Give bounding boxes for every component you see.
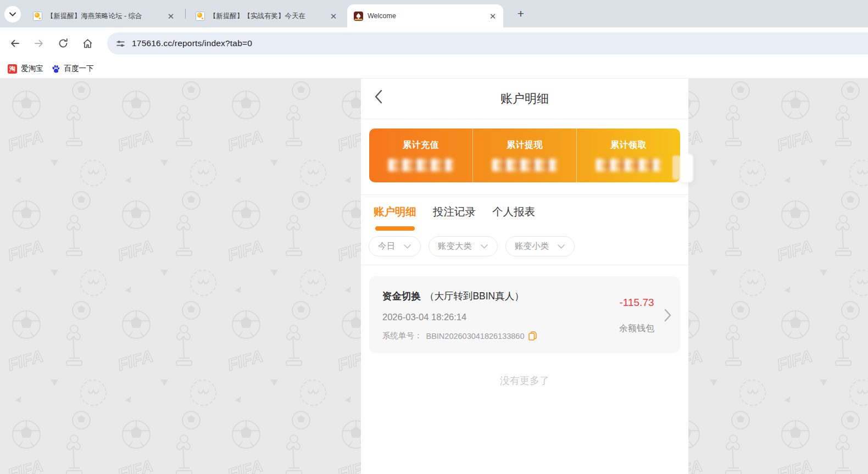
bookmark-label: 爱淘宝: [21, 64, 43, 74]
chevron-down-icon: [558, 244, 565, 249]
transaction-info: 资金切换 （大厅转到BBIN真人） 2026-03-04 18:26:14 系统…: [382, 289, 619, 341]
back-arrow-icon: [9, 38, 20, 49]
filter-date-dropdown[interactable]: 今日: [369, 236, 421, 256]
page-title: 账户明细: [500, 91, 549, 107]
tab-bet-records[interactable]: 投注记录: [433, 204, 476, 231]
tab-forum-1[interactable]: 【新提醒】海燕策略论坛 - 综合 ✕: [26, 4, 181, 27]
tab-close-icon[interactable]: ✕: [329, 11, 338, 21]
forum-favicon-icon: [196, 12, 205, 21]
bookmark-baidu[interactable]: 百度一下: [51, 64, 94, 74]
chevron-down-icon: [481, 244, 488, 249]
order-number-label: 系统单号：: [382, 331, 422, 341]
tab-account-detail[interactable]: 账户明细: [374, 204, 416, 231]
new-tab-button[interactable]: +: [513, 6, 528, 21]
summary-label: 累计提现: [507, 140, 543, 151]
home-icon: [82, 38, 93, 49]
chevron-right-icon[interactable]: [664, 309, 671, 322]
tab-label: 个人报表: [492, 204, 535, 219]
summary-card: 累计充值 累计提现 累计领取: [369, 129, 680, 182]
transaction-amount-block: -115.73 余额钱包: [619, 297, 654, 334]
summary-total-claim: 累计领取: [576, 129, 680, 182]
forward-arrow-icon: [34, 38, 44, 49]
chevron-down-icon: [9, 12, 16, 16]
url-text[interactable]: 175616.cc/reports/index?tab=0: [132, 38, 252, 48]
app-panel: 账户明细 累计充值 累计提现 累计领取 账户明细 投注记录: [361, 79, 688, 474]
home-button[interactable]: [78, 34, 97, 53]
tab-label: 账户明细: [374, 204, 416, 219]
app-tabs: 账户明细 投注记录 个人报表: [361, 195, 688, 231]
transaction-amount: -115.73: [619, 297, 654, 309]
taobao-icon: 淘: [8, 64, 17, 74]
address-bar[interactable]: 175616.cc/reports/index?tab=0: [107, 32, 868, 54]
transaction-row[interactable]: 资金切换 （大厅转到BBIN真人） 2026-03-04 18:26:14 系统…: [369, 276, 680, 353]
back-chevron-button[interactable]: [374, 90, 382, 106]
order-number-value: BBIN202603041826133860: [426, 332, 525, 341]
filter-label: 账变小类: [515, 241, 549, 252]
filter-label: 账变大类: [438, 241, 472, 252]
blurred-value: [388, 159, 453, 171]
bookmark-label: 百度一下: [64, 64, 94, 74]
transaction-type: 资金切换: [382, 291, 421, 302]
filter-major-category-dropdown[interactable]: 账变大类: [429, 236, 498, 256]
no-more-text: 没有更多了: [361, 374, 688, 387]
summary-label: 累计领取: [610, 140, 647, 151]
active-tab-underline: [375, 226, 415, 231]
forum-favicon-icon: [33, 12, 42, 21]
reload-button[interactable]: [54, 34, 73, 53]
blurred-value: [492, 159, 557, 171]
tab-close-icon[interactable]: ✕: [488, 11, 498, 21]
transaction-wallet: 余额钱包: [619, 323, 654, 334]
tab-separator: [185, 9, 186, 19]
filters-row: 今日 账变大类 账变小类: [361, 231, 688, 265]
summary-total-withdraw: 累计提现: [472, 129, 576, 182]
tab-forum-2[interactable]: 【新提醒】【实战有奖】今天在 ✕: [189, 4, 344, 27]
tab-title: Welcome: [368, 12, 483, 20]
tab-personal-report[interactable]: 个人报表: [492, 204, 535, 231]
tab-close-icon[interactable]: ✕: [166, 11, 176, 21]
browser-tabstrip: 【新提醒】海燕策略论坛 - 综合 ✕ 【新提醒】【实战有奖】今天在 ✕ Welc…: [0, 0, 868, 27]
back-button[interactable]: [5, 34, 24, 53]
tab-label: 投注记录: [433, 204, 476, 219]
filter-label: 今日: [378, 241, 395, 252]
transaction-datetime: 2026-03-04 18:26:14: [382, 312, 619, 322]
transaction-detail: （大厅转到BBIN真人）: [425, 291, 524, 302]
summary-total-deposit: 累计充值: [369, 129, 472, 182]
tab-title: 【新提醒】海燕策略论坛 - 综合: [47, 12, 162, 21]
summary-label: 累计充值: [403, 140, 439, 151]
reload-icon: [58, 38, 69, 49]
forward-button[interactable]: [30, 34, 48, 53]
app-header: 账户明细: [361, 79, 688, 119]
bookmark-taobao[interactable]: 淘 爱淘宝: [8, 64, 43, 74]
site-settings-icon: [116, 39, 125, 48]
tab-welcome[interactable]: Welcome ✕: [347, 4, 503, 27]
chevron-down-icon: [404, 244, 411, 249]
page-content: FIFA 账户明细 累计充值 累计提现 累计领取: [0, 79, 868, 474]
filter-minor-category-dropdown[interactable]: 账变小类: [505, 236, 575, 256]
chevron-left-icon: [374, 90, 382, 104]
browser-toolbar: 175616.cc/reports/index?tab=0: [0, 27, 868, 59]
blurred-value: [596, 159, 661, 171]
bookmarks-bar: 淘 爱淘宝 百度一下: [0, 59, 868, 79]
tab-search-button[interactable]: [4, 6, 21, 23]
baidu-paw-icon: [51, 64, 60, 74]
blurred-floating-widget[interactable]: [680, 154, 693, 182]
tab-title: 【新提醒】【实战有奖】今天在: [209, 12, 324, 21]
casino-favicon-icon: [354, 12, 363, 21]
copy-icon[interactable]: [528, 331, 537, 341]
